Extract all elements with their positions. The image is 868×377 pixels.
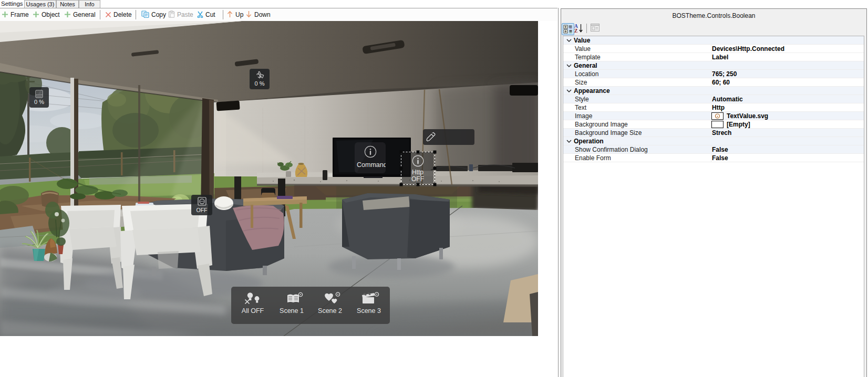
svg-text:Z: Z	[574, 28, 577, 33]
